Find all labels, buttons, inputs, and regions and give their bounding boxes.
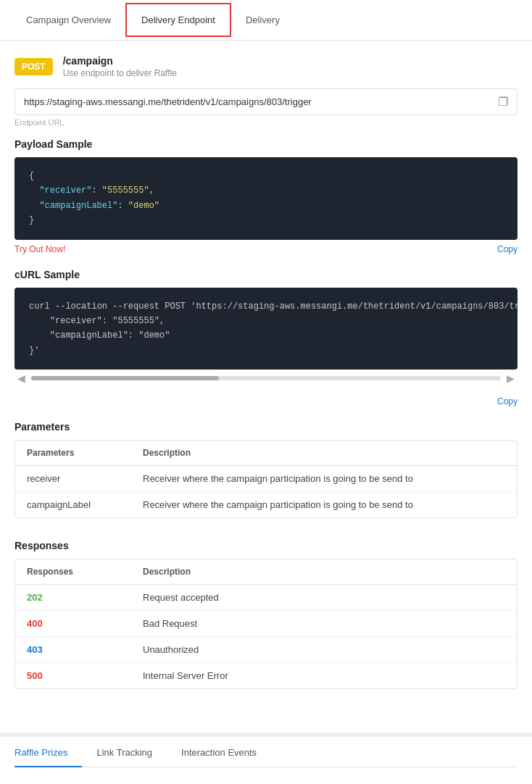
- tab-interaction-events[interactable]: Interaction Events: [181, 737, 271, 767]
- responses-table-header: Responses Description: [15, 559, 517, 585]
- resp-desc-col-header: Description: [143, 567, 505, 577]
- prizes-table: Prize Name Prize Type Credit Type % Deli…: [14, 779, 518, 784]
- param-name-receiver: receiver: [27, 473, 143, 484]
- prize-type-col-header: Prize Type: [125, 779, 213, 784]
- payload-code-block: { "receiver": "5555555", "campaignLabel"…: [14, 157, 518, 240]
- parameters-section: Parameters Parameters Description receiv…: [14, 421, 518, 518]
- response-desc-202: Request accepted: [143, 592, 505, 603]
- response-code-500: 500: [27, 670, 143, 681]
- qty-remaining-col-header: Qty Remaining: [403, 779, 518, 784]
- table-row: 403 Unauthorized: [15, 637, 517, 663]
- bottom-section: Raffle Prizes Link Tracking Interaction …: [0, 733, 532, 784]
- parameters-table: Parameters Description receiver Receiver…: [14, 440, 518, 518]
- scroll-right-icon[interactable]: ▶: [504, 371, 518, 385]
- payload-section-title: Payload Sample: [14, 138, 518, 150]
- curl-code-block[interactable]: curl --location --request POST 'https://…: [14, 288, 518, 370]
- scroll-left-icon[interactable]: ◀: [14, 371, 28, 385]
- table-row: 202 Request accepted: [15, 585, 517, 611]
- responses-section: Responses Responses Description 202 Requ…: [14, 540, 518, 689]
- tab-campaign-overview[interactable]: Campaign Overview: [12, 4, 125, 36]
- endpoint-url-input[interactable]: [24, 96, 498, 107]
- param-desc-col-header: Description: [143, 448, 505, 458]
- table-row: receiver Receiver where the campaign par…: [15, 466, 517, 492]
- copy-url-icon[interactable]: ❐: [498, 95, 508, 109]
- try-now-button[interactable]: Try Out Now!: [14, 240, 65, 259]
- prizes-table-header-row: Prize Name Prize Type Credit Type % Deli…: [14, 779, 518, 784]
- response-desc-500: Internal Server Error: [143, 670, 505, 681]
- tab-raffle-prizes[interactable]: Raffle Prizes: [14, 737, 82, 767]
- endpoint-header: POST /campaign Use endpoint to deliver R…: [14, 55, 518, 78]
- main-content: POST /campaign Use endpoint to deliver R…: [0, 41, 532, 718]
- pct-delivered-col-header: % Delivered: [307, 779, 404, 784]
- tab-link-tracking[interactable]: Link Tracking: [96, 737, 167, 767]
- response-desc-403: Unauthorized: [143, 644, 505, 655]
- parameters-title: Parameters: [14, 421, 518, 433]
- prize-name-col-header: Prize Name: [14, 779, 125, 784]
- responses-title: Responses: [14, 540, 518, 551]
- endpoint-subtitle: Use endpoint to deliver Raffle: [63, 68, 177, 78]
- response-code-403: 403: [27, 644, 143, 655]
- param-name-campaign-label: campaignLabel: [27, 499, 143, 510]
- parameters-table-header: Parameters Description: [15, 441, 517, 466]
- response-code-202: 202: [27, 592, 143, 603]
- curl-section-title: cURL Sample: [14, 269, 518, 280]
- param-desc-campaign-label: Receiver where the campaign participatio…: [143, 499, 505, 510]
- resp-col-header: Responses: [27, 567, 143, 577]
- tab-delivery[interactable]: Delivery: [231, 4, 294, 36]
- table-row: 400 Bad Request: [15, 611, 517, 637]
- param-desc-receiver: Receiver where the campaign participatio…: [143, 473, 505, 484]
- payload-actions: Try Out Now! Copy: [14, 240, 518, 259]
- copy-payload-button[interactable]: Copy: [497, 244, 518, 254]
- tab-delivery-endpoint[interactable]: Delivery Endpoint: [125, 3, 231, 37]
- copy-curl-button[interactable]: Copy: [497, 396, 518, 406]
- param-col-header: Parameters: [27, 448, 143, 458]
- response-code-400: 400: [27, 618, 143, 629]
- responses-table: Responses Description 202 Request accept…: [14, 559, 518, 689]
- post-badge: POST: [14, 58, 53, 75]
- endpoint-path: /campaign: [63, 55, 177, 67]
- top-navigation: Campaign Overview Delivery Endpoint Deli…: [0, 0, 532, 41]
- bottom-tabs: Raffle Prizes Link Tracking Interaction …: [14, 737, 518, 767]
- url-label: Endpoint URL: [14, 118, 518, 127]
- url-input-row: ❐: [14, 88, 518, 115]
- endpoint-info: /campaign Use endpoint to deliver Raffle: [63, 55, 177, 78]
- table-row: 500 Internal Server Error: [15, 663, 517, 688]
- table-row: campaignLabel Receiver where the campaig…: [15, 492, 517, 517]
- response-desc-400: Bad Request: [143, 618, 505, 629]
- credit-type-col-header: Credit Type: [213, 779, 307, 784]
